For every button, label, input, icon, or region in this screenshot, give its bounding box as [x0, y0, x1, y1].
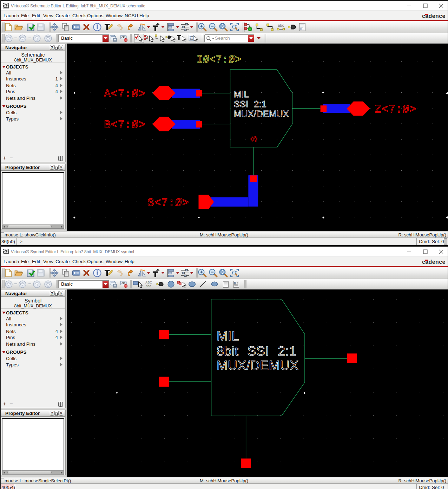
svg-text:IØ<7:Ø>: IØ<7:Ø> [197, 54, 241, 66]
svg-text:MUX/DEMUX: MUX/DEMUX [234, 109, 289, 119]
svg-text:S<7:Ø>: S<7:Ø> [147, 197, 189, 209]
svg-text:S: S [249, 136, 260, 142]
svg-text:Z<7:Ø>: Z<7:Ø> [375, 103, 416, 116]
svg-text:8bit SSI 2:1: 8bit SSI 2:1 [217, 344, 297, 358]
svg-text:A<7:Ø>: A<7:Ø> [104, 88, 146, 100]
svg-text:MUX/DEMUX: MUX/DEMUX [217, 358, 299, 373]
svg-text:B<7:Ø>: B<7:Ø> [104, 119, 146, 131]
svg-text:MIL: MIL [234, 89, 249, 99]
svg-text:SSI 2:1: SSI 2:1 [234, 99, 267, 109]
svg-text:MIL: MIL [217, 328, 239, 343]
